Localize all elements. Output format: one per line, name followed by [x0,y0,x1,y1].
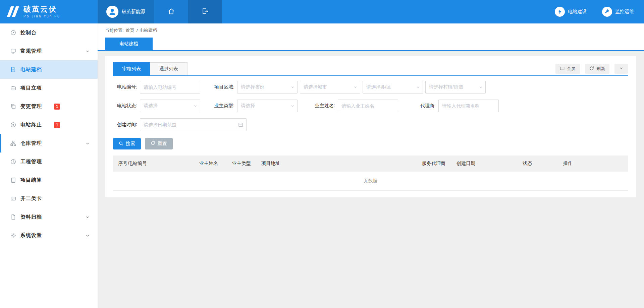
col-project-address: 项目地址 [261,161,422,167]
owner-name-input[interactable] [338,100,398,112]
page-tab-station-filing[interactable]: 电站建档 [105,38,153,50]
fullscreen-button[interactable]: 全屏 [555,64,580,74]
user-menu[interactable]: 破茧新能源 [98,0,154,23]
sidebar-item-engineering-management[interactable]: 工程管理 [0,152,98,171]
collapse-button[interactable] [614,64,628,74]
chevron-down-icon [194,104,197,108]
col-create-date: 创建日期 [457,161,523,167]
chevron-down-icon [291,85,294,89]
reset-icon [151,141,155,147]
header-nav: 电站建设 监控运维 [555,0,644,23]
province-select[interactable]: 请选择省份 [237,81,298,94]
sidebar-item-general-management[interactable]: 常规管理 [0,42,98,60]
chevron-down-icon [86,234,90,238]
village-select[interactable]: 请选择村镇/街道 [425,81,486,94]
logo-subtitle: Po Jian Yun Fu [23,14,60,18]
chevron-down-icon [86,141,90,145]
nav-station-construction[interactable]: 电站建设 [555,7,587,17]
search-icon [119,141,123,147]
agent-label: 代理商: [412,103,436,109]
reset-button[interactable]: 重置 [145,138,173,149]
gear-icon [10,233,16,239]
create-time-label: 创建时间: [113,122,137,128]
chevron-down-icon [86,49,90,53]
search-button[interactable]: 搜索 [113,138,141,149]
station-no-input[interactable] [140,81,200,94]
station-filing-panel: 审核列表 通过列表 全屏 刷新 [105,56,636,197]
breadcrumb-separator: / [137,28,138,33]
logo-title: 破茧云伏 [23,5,60,13]
briefcase-icon [10,85,16,91]
wrench-icon [602,7,612,17]
dashboard-icon [10,30,16,36]
company-name: 破茧新能源 [122,9,145,15]
logo-icon [7,6,19,17]
chevron-down-icon [479,85,483,89]
copy-icon [10,104,16,110]
breadcrumb-current: 电站建档 [140,27,157,34]
app-logo: 破茧云伏 Po Jian Yun Fu [0,0,98,23]
sidebar-item-dashboard[interactable]: 控制台 [0,23,98,42]
card-icon [10,196,16,202]
sidebar-item-project-settlement[interactable]: 项目结算 [0,171,98,189]
panel-toolbar: 全屏 刷新 [555,64,628,74]
sitemap-icon [10,140,16,146]
agent-input[interactable] [438,100,499,112]
app-header: 破茧云伏 Po Jian Yun Fu 破茧新能源 电站建设 监控 [0,0,644,23]
sidebar-item-type2-card[interactable]: 开二类卡 [0,189,98,208]
calculator-icon [10,177,16,183]
city-select[interactable]: 请选择城市 [300,81,360,94]
col-owner-type: 业主类型 [232,161,261,167]
logout-button[interactable] [188,0,222,23]
filter-form: 电站编号: 项目区域: 请选择省份 请选择城市 请选择县/区 [113,81,628,149]
tab-review-list[interactable]: 审核列表 [113,62,150,75]
station-no-label: 电站编号: [113,84,137,90]
empty-state: 无数据 [113,172,628,191]
col-status: 状态 [523,161,563,167]
archive-file-icon [10,214,16,220]
avatar [106,6,118,18]
nav-monitoring-ops[interactable]: 监控运维 [602,7,634,17]
county-select[interactable]: 请选择县/区 [363,81,423,94]
results-table: 序号 电站编号 业主姓名 业主类型 项目地址 服务代理商 创建日期 状态 操作 … [113,156,628,191]
chevron-down-icon [86,215,90,219]
chevron-down-icon [354,85,357,89]
sidebar-item-station-filing[interactable]: 电站建档 [0,60,98,79]
sidebar: 控制台 常规管理 电站建档 项目立项 变更管理 1 电站终止 1 [0,23,98,308]
badge-count: 1 [54,122,60,128]
station-status-select[interactable]: 请选择 [140,100,200,112]
home-icon [168,8,175,16]
col-index: 序号 [118,161,128,167]
refresh-icon [589,66,594,72]
monitor-icon [10,48,16,54]
main-content: 当前位置: 首页 / 电站建档 电站建档 审核列表 通过列表 全屏 [98,23,644,308]
target-icon [10,122,16,128]
logout-icon [202,8,209,16]
sidebar-item-warehouse-management[interactable]: 仓库管理 [0,134,98,152]
home-button[interactable] [154,0,188,23]
sidebar-item-data-archive[interactable]: 资料归档 [0,208,98,226]
col-station-no: 电站编号 [128,161,199,167]
owner-type-select[interactable]: 请选择 [237,100,298,112]
table-header: 序号 电站编号 业主姓名 业主类型 项目地址 服务代理商 创建日期 状态 操作 [113,156,628,172]
tab-passed-list[interactable]: 通过列表 [150,62,187,75]
breadcrumb-prefix: 当前位置: [105,27,124,34]
col-service-agent: 服务代理商 [422,161,457,167]
date-range-input[interactable] [140,118,247,131]
document-icon [10,67,16,73]
breadcrumb-home-link[interactable]: 首页 [126,27,135,34]
pie-chart-icon [10,159,16,165]
chevron-down-icon [291,104,294,108]
col-actions: 操作 [563,161,628,167]
station-status-label: 电站状态: [113,103,137,109]
date-range-field [140,118,247,131]
owner-type-label: 业主类型: [210,103,234,109]
chevron-down-icon [416,85,420,89]
sidebar-item-system-settings[interactable]: 系统设置 [0,226,98,245]
sidebar-item-project-initiation[interactable]: 项目立项 [0,79,98,97]
sidebar-item-change-management[interactable]: 变更管理 1 [0,97,98,116]
sidebar-item-station-termination[interactable]: 电站终止 1 [0,116,98,134]
region-label: 项目区域: [210,84,234,90]
refresh-button[interactable]: 刷新 [585,64,609,74]
bolt-icon [555,7,565,17]
